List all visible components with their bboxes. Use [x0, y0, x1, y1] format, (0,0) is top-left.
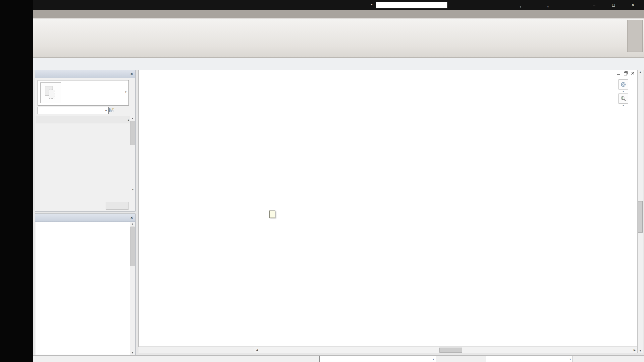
sign-in-dropdown-icon[interactable]: ▾ — [520, 4, 521, 9]
title-bar: ▸ ▾ ▾ − ◻ × — [33, 0, 644, 10]
ribbon-endcap — [627, 20, 643, 52]
close-button[interactable]: × — [625, 0, 641, 10]
canvas-scroll-down-icon[interactable]: ▼ — [638, 350, 643, 352]
horizontal-scrollbar[interactable]: ◀ ▶ — [254, 347, 637, 353]
browser-scroll-thumb[interactable] — [130, 227, 135, 266]
graphics-section-header[interactable]: ▴ — [36, 116, 131, 123]
canvas-scroll-thumb[interactable] — [638, 201, 643, 233]
exchange-apps-icon[interactable] — [526, 2, 534, 8]
zoom-dropdown-icon[interactable]: ▾ — [623, 104, 624, 107]
site-plan-drawing — [139, 70, 637, 347]
properties-close-icon[interactable]: × — [130, 72, 133, 76]
edit-type-button[interactable] — [108, 107, 117, 113]
titlebar-separator — [536, 2, 536, 8]
options-bar — [33, 57, 644, 70]
scroll-left-icon[interactable]: ◀ — [254, 347, 260, 353]
apply-button[interactable] — [106, 202, 128, 210]
project-browser-header[interactable]: × — [35, 214, 135, 222]
scroll-up-icon[interactable]: ▲ — [130, 117, 135, 119]
design-option-combo[interactable]: ▾ — [486, 356, 573, 362]
project-browser-close-icon[interactable]: × — [130, 216, 133, 220]
element-tooltip — [269, 210, 275, 218]
properties-header[interactable]: × — [35, 70, 135, 78]
view-close-icon[interactable] — [631, 71, 635, 75]
view-restore-icon[interactable] — [624, 71, 628, 75]
infocenter-expand-icon[interactable]: ▸ — [371, 3, 373, 6]
properties-grid: ▴ — [36, 116, 131, 123]
view-control-bar: ◀ ▶ — [139, 347, 637, 353]
canvas-scroll-up-icon[interactable]: ▲ — [638, 71, 643, 73]
active-only-icon[interactable] — [475, 356, 482, 362]
horizontal-scroll-thumb[interactable] — [439, 348, 462, 353]
help-dropdown-icon[interactable]: ▾ — [547, 4, 549, 9]
help-icon[interactable] — [539, 2, 547, 8]
worksets-icon[interactable] — [311, 356, 318, 362]
properties-palette: × ▾ ▾ ▴ ▲ ▼ — [35, 70, 136, 212]
zoom-tool-icon[interactable] — [618, 94, 628, 104]
properties-scrollbar[interactable]: ▲ — [130, 116, 135, 187]
steering-wheel-icon[interactable] — [618, 79, 628, 89]
search-box[interactable] — [376, 2, 447, 8]
properties-scroll-thumb[interactable] — [130, 121, 135, 145]
ribbon — [33, 18, 644, 57]
ribbon-tab-strip — [33, 10, 644, 18]
editing-requests-icon[interactable] — [437, 356, 444, 362]
view-window-controls — [616, 71, 635, 75]
drawing-area[interactable]: ▾ ▾ — [139, 70, 637, 347]
steering-wheel-dropdown-icon[interactable]: ▾ — [623, 90, 624, 93]
project-browser-palette: × ▲ ▼ — [35, 214, 136, 355]
navigation-bar: ▾ ▾ — [618, 79, 628, 107]
status-bar: ▾ ▾ — [33, 355, 644, 362]
selector-combo[interactable]: ▾ — [38, 107, 109, 114]
view-minimize-icon[interactable] — [616, 71, 621, 75]
design-options-icon[interactable] — [466, 356, 473, 362]
type-selector[interactable]: ▾ — [38, 80, 129, 106]
vertical-scrollbar[interactable]: ▲ ▼ — [637, 70, 643, 353]
browser-scroll-down-icon[interactable]: ▼ — [130, 352, 135, 354]
active-workset-combo[interactable]: ▾ — [319, 356, 436, 362]
windows-taskbar — [0, 0, 33, 362]
minimize-button[interactable]: − — [586, 0, 602, 10]
restore-button[interactable]: ◻ — [606, 0, 621, 10]
browser-scrollbar[interactable]: ▲ ▼ — [130, 222, 135, 355]
section-collapse-icon[interactable]: ▴ — [128, 118, 129, 121]
properties-scroll-down-icon[interactable]: ▼ — [131, 188, 134, 191]
revit-screenshot: { "window": { "title": "Project C - Comm… — [0, 0, 644, 362]
browser-scroll-up-icon[interactable]: ▲ — [130, 223, 135, 225]
floor-plan-thumbnail-icon — [40, 82, 61, 103]
scroll-right-icon[interactable]: ▶ — [632, 347, 637, 353]
type-selector-dropdown-icon[interactable]: ▾ — [125, 90, 126, 94]
search-input[interactable] — [376, 3, 447, 7]
project-browser-tree — [36, 222, 130, 355]
